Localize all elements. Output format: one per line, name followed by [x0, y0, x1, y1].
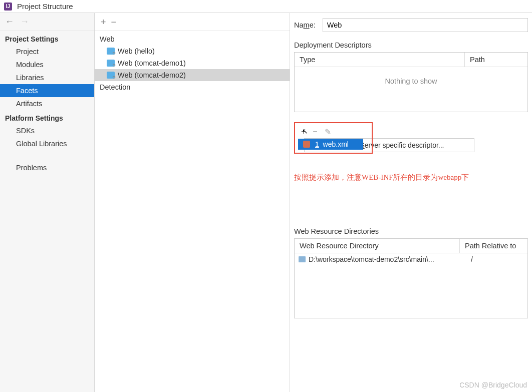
nav-facets[interactable]: Facets: [0, 84, 94, 97]
empty-label: Nothing to show: [295, 67, 527, 95]
rel-path: /: [467, 255, 473, 263]
platform-settings-head: Platform Settings: [0, 110, 94, 124]
nav-libraries[interactable]: Libraries: [0, 71, 94, 84]
web-resource-dirs-title: Web Resource Directories: [294, 227, 528, 235]
tree-label: Web (tomcat-demo2): [118, 71, 186, 79]
web-facet-icon: [107, 72, 115, 79]
directories-table: Web Resource Directory Path Relative to …: [294, 238, 528, 318]
directory-row[interactable]: D:\workspace\tomcat-demo2\src\main\... /: [295, 253, 527, 265]
mid-toolbar: + −: [95, 13, 290, 31]
forward-arrow-icon[interactable]: →: [20, 17, 29, 27]
dir-path: D:\workspace\tomcat-demo2\src\main\...: [309, 255, 464, 263]
watermark: CSDN @BridgeCloud: [459, 381, 527, 389]
descriptors-table: Type Path Nothing to show: [294, 52, 528, 112]
descriptor-toolbar-wrap: Add Application Server specific descript…: [294, 122, 528, 154]
nav-global-libraries[interactable]: Global Libraries: [0, 137, 94, 150]
web-facet-icon: [107, 60, 115, 67]
tree-label: Web (tomcat-demo1): [118, 59, 186, 67]
facet-tree: Web Web (hello) Web (tomcat-demo1) Web (…: [95, 31, 290, 392]
left-panel: ← → Project Settings Project Modules Lib…: [0, 13, 95, 392]
name-input[interactable]: [323, 18, 528, 32]
nav-artifacts[interactable]: Artifacts: [0, 97, 94, 110]
titlebar: IJ Project Structure: [0, 0, 532, 13]
mid-panel: + − Web Web (hello) Web (tomcat-demo1) W…: [95, 13, 290, 392]
main-container: ← → Project Settings Project Modules Lib…: [0, 13, 532, 392]
nav-project[interactable]: Project: [0, 45, 94, 58]
tree-detection[interactable]: Detection: [95, 81, 290, 93]
nav-modules[interactable]: Modules: [0, 58, 94, 71]
back-arrow-icon[interactable]: ←: [5, 17, 14, 27]
table-header: Type Path: [295, 53, 527, 67]
project-settings-head: Project Settings: [0, 31, 94, 45]
th-type[interactable]: Type: [295, 53, 465, 67]
tree-label: Web (hello): [118, 47, 155, 55]
intellij-icon: IJ: [4, 3, 12, 11]
descriptor-toolbar: + − ✎ 1 web.xml ↖: [294, 122, 373, 154]
web-facet-icon: [107, 48, 115, 55]
th-relative[interactable]: Path Relative to: [460, 239, 527, 253]
remove-descriptor-icon[interactable]: −: [313, 127, 317, 137]
window-title: Project Structure: [17, 2, 73, 11]
dir-table-header: Web Resource Directory Path Relative to: [295, 239, 527, 253]
tree-root-web[interactable]: Web: [95, 33, 290, 45]
folder-icon: [299, 256, 306, 262]
nav-problems[interactable]: Problems: [0, 161, 94, 174]
tree-item-tomcat-demo1[interactable]: Web (tomcat-demo1): [95, 57, 290, 69]
name-row: Name:: [294, 18, 528, 32]
nav-sdks[interactable]: SDKs: [0, 124, 94, 137]
xml-file-icon: [303, 141, 310, 148]
deployment-descriptors-title: Deployment Descriptors: [294, 41, 528, 49]
nav-arrows: ← →: [0, 13, 94, 31]
tree-item-tomcat-demo2[interactable]: Web (tomcat-demo2): [95, 69, 290, 81]
th-directory[interactable]: Web Resource Directory: [295, 239, 460, 253]
annotation-text: 按照提示添加，注意WEB-INF所在的目录为webapp下: [294, 173, 528, 182]
right-panel: Name: Deployment Descriptors Type Path N…: [290, 13, 532, 392]
popup-item-webxml[interactable]: 1 web.xml: [298, 139, 363, 150]
remove-facet-icon[interactable]: −: [111, 18, 117, 27]
add-facet-icon[interactable]: +: [101, 18, 106, 27]
edit-descriptor-icon[interactable]: ✎: [325, 127, 331, 137]
add-descriptor-icon[interactable]: +: [301, 127, 306, 137]
name-label: Name:: [294, 21, 316, 29]
th-path[interactable]: Path: [465, 53, 527, 67]
tree-item-hello[interactable]: Web (hello): [95, 45, 290, 57]
